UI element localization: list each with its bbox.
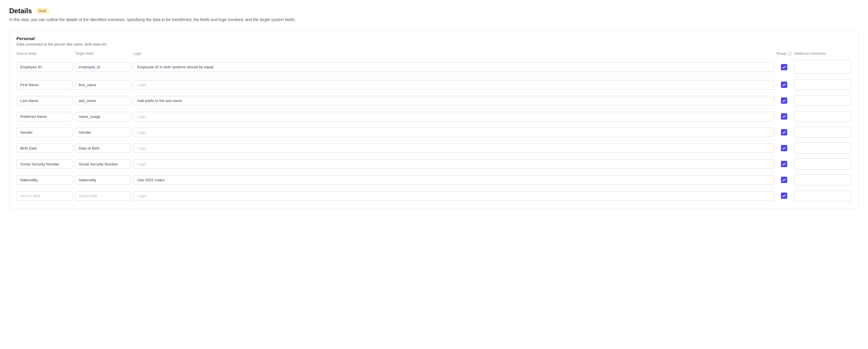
table-row (17, 77, 851, 92)
target-field-input[interactable] (75, 62, 131, 72)
section-subtitle: Data connected to the person like name, … (17, 42, 851, 46)
logic-field-input[interactable] (133, 128, 774, 137)
logic-field-input[interactable] (133, 112, 774, 121)
source-field-input[interactable] (17, 159, 73, 169)
source-field-input[interactable] (17, 62, 73, 72)
comments-cell (794, 79, 851, 90)
target-field-input[interactable] (75, 144, 131, 153)
comments-input[interactable] (794, 79, 851, 90)
checkbox-cell (777, 192, 792, 199)
comments-cell (794, 111, 851, 122)
target-field-input[interactable] (75, 80, 131, 90)
source-field-input[interactable] (17, 96, 73, 105)
source-field-input[interactable] (17, 112, 73, 121)
checkbox-cell (777, 129, 792, 135)
table-row (17, 125, 851, 139)
ready-checkbox[interactable] (781, 64, 787, 70)
row-divider (17, 172, 851, 172)
col-source-header: Source fields (17, 52, 73, 56)
ready-checkbox[interactable] (781, 129, 787, 135)
comments-cell (794, 127, 851, 138)
checkbox-cell (777, 177, 792, 183)
comments-cell (794, 60, 851, 74)
row-divider (17, 156, 851, 156)
ready-info-icon[interactable]: i (788, 52, 792, 56)
ready-checkbox[interactable] (781, 177, 787, 183)
comments-input[interactable] (794, 127, 851, 138)
ready-checkbox[interactable] (781, 192, 787, 199)
target-field-input[interactable] (75, 159, 131, 169)
table-row (17, 93, 851, 108)
comments-input[interactable] (794, 95, 851, 106)
ready-checkbox[interactable] (781, 161, 787, 167)
comments-cell (794, 174, 851, 185)
logic-field-input[interactable] (133, 144, 774, 153)
checkbox-cell (777, 97, 792, 104)
section-card: Personal Data connected to the person li… (9, 30, 859, 209)
ready-checkbox[interactable] (781, 145, 787, 151)
rows-container (17, 58, 851, 203)
source-field-input[interactable] (17, 80, 73, 90)
draft-badge: Draft (35, 8, 49, 14)
comments-input[interactable] (794, 111, 851, 122)
comments-input[interactable] (794, 190, 851, 201)
col-comments-header: Additional comments (794, 52, 851, 56)
checkbox-cell (777, 82, 792, 88)
row-divider (17, 188, 851, 188)
source-field-input[interactable] (17, 144, 73, 153)
col-logic-header: Logic (133, 52, 774, 56)
target-field-input[interactable] (75, 191, 131, 200)
comments-input[interactable] (794, 142, 851, 154)
logic-field-input[interactable] (133, 62, 774, 72)
section-title: Personal (17, 36, 851, 41)
table-row (17, 188, 851, 203)
table-row (17, 157, 851, 171)
checkbox-cell (777, 113, 792, 120)
target-field-input[interactable] (75, 128, 131, 137)
logic-field-input[interactable] (133, 80, 774, 90)
comments-cell (794, 95, 851, 106)
row-divider (17, 124, 851, 125)
page-title: Details (9, 7, 32, 15)
page-description: In this step, you can outline the detail… (9, 17, 859, 22)
page-header: Details Draft (9, 7, 859, 15)
table-row (17, 141, 851, 155)
target-field-input[interactable] (75, 96, 131, 105)
logic-field-input[interactable] (133, 159, 774, 169)
target-field-input[interactable] (75, 112, 131, 121)
comments-cell (794, 190, 851, 201)
source-field-input[interactable] (17, 175, 73, 185)
logic-field-input[interactable] (133, 175, 774, 185)
logic-field-input[interactable] (133, 96, 774, 105)
checkbox-cell (777, 145, 792, 151)
comments-cell (794, 159, 851, 169)
col-ready-header: Ready i (777, 52, 792, 56)
table-row (17, 58, 851, 76)
table-header: Source fields Target fields Logic Ready … (17, 52, 851, 58)
logic-field-input[interactable] (133, 191, 774, 200)
checkbox-cell (777, 161, 792, 167)
comments-cell (794, 142, 851, 154)
col-target-header: Target fields (75, 52, 131, 56)
ready-checkbox[interactable] (781, 82, 787, 88)
table-row (17, 172, 851, 187)
row-divider (17, 140, 851, 140)
table-row (17, 109, 851, 124)
ready-checkbox[interactable] (781, 113, 787, 120)
ready-checkbox[interactable] (781, 97, 787, 104)
source-field-input[interactable] (17, 191, 73, 200)
comments-input[interactable] (794, 159, 851, 169)
checkbox-cell (777, 64, 792, 70)
source-field-input[interactable] (17, 128, 73, 137)
target-field-input[interactable] (75, 175, 131, 185)
row-divider (17, 108, 851, 109)
comments-input[interactable] (794, 60, 851, 73)
comments-input[interactable] (794, 174, 851, 185)
